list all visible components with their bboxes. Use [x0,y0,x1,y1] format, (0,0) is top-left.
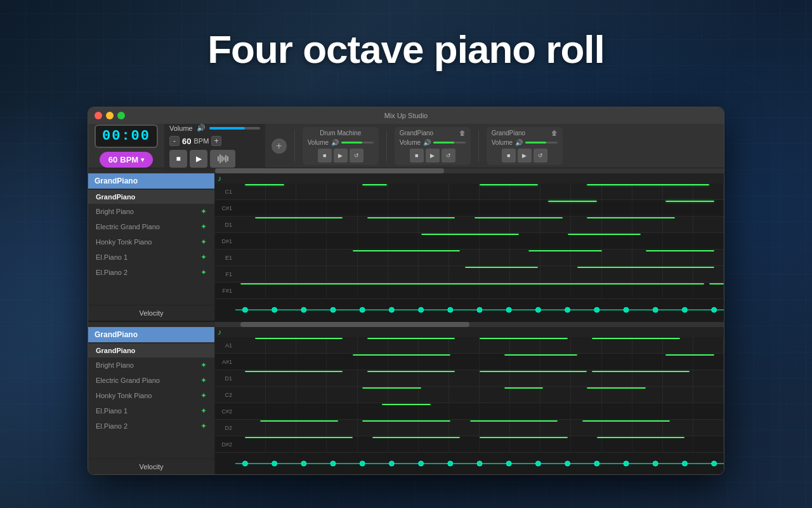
drum-stop-button[interactable]: ■ [318,149,332,163]
note-d1b-2 [367,371,455,372]
gp1-stop-button[interactable]: ■ [410,149,424,163]
bpm-plus-button[interactable]: + [211,136,221,146]
gp1-reset-button[interactable]: ↺ [442,149,455,163]
row-label-fs1: F#1 [215,283,235,298]
gp2-play-button[interactable]: ▶ [518,149,532,163]
drum-volume-row: Volume 🔊 [308,139,374,146]
gp1-play-button[interactable]: ▶ [426,149,440,163]
svg-point-33 [653,461,658,466]
grid-a1 [235,337,724,353]
instrument-electric-grand-2[interactable]: Electric Grand Piano ✦ [88,373,214,388]
star-icon-ep1: ✦ [200,253,207,262]
svg-point-5 [360,307,365,312]
instrument-name-ht1: Honky Tonk Piano [96,238,152,246]
svg-point-24 [389,461,394,466]
grandpiano1-volume-slider[interactable] [433,142,466,144]
note-a1-1 [255,338,343,339]
grandpiano2-trash-icon[interactable]: 🗑 [551,130,558,137]
instrument-name-bp2: Bright Piano [96,361,134,369]
instrument-grandpiano-1[interactable]: GrandPiano [88,190,214,204]
note-e1-2 [528,250,602,251]
gp2-reset-button[interactable]: ↺ [534,149,547,163]
play-button[interactable]: ▶ [190,150,207,168]
bpm-text: BPM [193,137,209,145]
scrollbar-top-2[interactable] [215,322,724,327]
instrument-electric-grand-1[interactable]: Electric Grand Piano ✦ [88,219,214,234]
track2-inner: GrandPiano GrandPiano Bright Piano ✦ Ele… [88,327,724,474]
stop-button[interactable]: ■ [169,150,187,168]
note-as1-2 [504,354,578,356]
row-cells-e1 [235,250,724,265]
instrument-elpiano1-1[interactable]: El.Piano 1 ✦ [88,250,214,265]
instrument-name-ep12: El.Piano 1 [96,407,128,415]
instrument-elpiano2-1[interactable]: El.Piano 2 ✦ [88,265,214,280]
note-row-d2: D2 [215,420,724,436]
note-e1-3 [646,250,714,251]
instrument-bright-piano-1[interactable]: Bright Piano ✦ [88,204,214,219]
grandpiano1-name: GrandPiano [400,130,433,137]
instrument-list-2: GrandPiano Bright Piano ✦ Electric Grand… [88,342,214,458]
close-button[interactable] [95,112,102,119]
drum-volume-label: Volume [308,139,329,146]
main-volume-slider[interactable] [209,127,260,130]
drum-play-button[interactable]: ▶ [334,149,348,163]
velocity-label-1: Velocity [88,305,214,321]
row-label-ds1: D#1 [215,233,235,249]
add-track-button[interactable]: + [272,138,287,154]
svg-point-29 [535,461,540,466]
channel-name-drum: Drum Machine [308,130,374,137]
grandpiano2-volume-slider[interactable] [525,142,558,144]
grid-lines-e1 [235,250,724,265]
row-label-d1: D1 [215,217,235,232]
bpm-arrow-icon: ▾ [141,156,144,163]
note-e1-1 [353,250,460,251]
note-grid-2: A1 A#1 [215,337,724,453]
grandpiano1-trash-icon[interactable]: 🗑 [459,130,466,137]
instrument-honky-tonk-1[interactable]: Honky Tonk Piano ✦ [88,234,214,250]
grandpiano2-speaker-icon: 🔊 [515,139,523,146]
row-cells-d1b [235,370,724,386]
note-row-c2: C2 [215,387,724,403]
sidebar-1: GrandPiano GrandPiano Bright Piano ✦ Ele… [88,173,215,321]
row-label-as1: A#1 [215,354,235,370]
waveform-button[interactable] [210,150,235,168]
row-cells-as1 [235,354,724,370]
bpm-control[interactable]: 60 BPM ▾ [100,152,153,168]
note-fs1-1 [240,283,705,284]
note-fs1-2 [709,283,724,284]
star-icon-bp1: ✦ [200,207,207,216]
note-c1-1 [245,184,284,185]
star-icon-ep21: ✦ [200,268,207,277]
gp2-stop-button[interactable]: ■ [502,149,516,163]
svg-point-11 [535,307,540,312]
svg-point-10 [506,307,511,312]
instrument-honky-tonk-2[interactable]: Honky Tonk Piano ✦ [88,388,214,403]
note-d1b-4 [592,371,690,372]
svg-point-34 [682,461,687,466]
svg-point-19 [242,461,247,466]
instrument-elpiano1-2[interactable]: El.Piano 1 ✦ [88,403,214,418]
instrument-grandpiano-2[interactable]: GrandPiano [88,344,214,358]
grid-lines-cs1 [235,200,724,216]
bpm-minus-button[interactable]: - [169,136,180,146]
grandpiano2-volume-label: Volume [492,139,513,146]
svg-point-3 [301,307,306,312]
instrument-name-ep22: El.Piano 2 [96,422,128,430]
instrument-name-ep1: El.Piano 1 [96,253,128,261]
row-cells-a1 [235,337,724,353]
row-cells-ds2 [235,436,724,452]
scrollbar-thumb-1 [215,168,444,173]
row-label-cs1: C#1 [215,200,235,216]
drum-reset-button[interactable]: ↺ [350,149,363,163]
minimize-button[interactable] [106,112,114,119]
scrollbar-top-1[interactable] [215,168,724,173]
instrument-bright-piano-2[interactable]: Bright Piano ✦ [88,358,214,373]
maximize-button[interactable] [117,112,125,119]
instrument-elpiano2-2[interactable]: El.Piano 2 ✦ [88,418,214,434]
drum-volume-slider[interactable] [341,142,374,144]
timer-display: 00:00 [95,124,158,148]
svg-point-27 [477,461,482,466]
grid-as1 [235,354,724,370]
toolbar: 00:00 60 BPM ▾ Volume 🔊 - 60 BPM + [88,124,724,168]
drum-transport: ■ ▶ ↺ [308,149,374,163]
